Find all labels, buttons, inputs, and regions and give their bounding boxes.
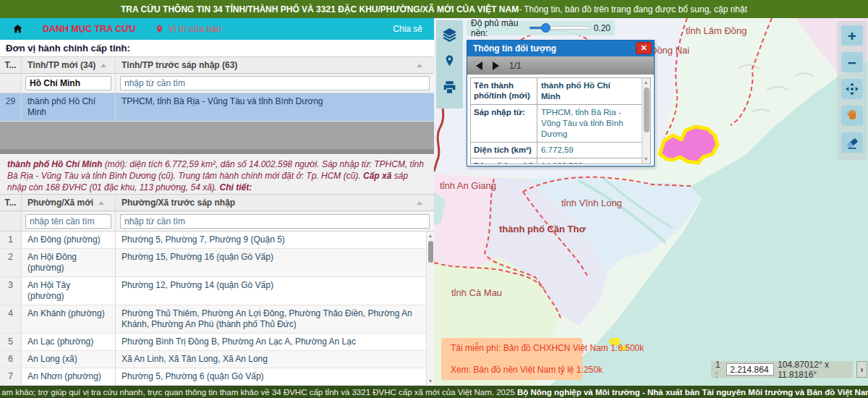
cursor-coordinates: 104.87012° x 11.81816° bbox=[778, 360, 848, 380]
popup-scrollbar[interactable]: ▲ ▼ bbox=[642, 78, 650, 164]
map-links-box: Tải miễn phí: Bản đồ CHXHCN Việt Nam 1:6… bbox=[441, 338, 582, 380]
ward-filter-new-input[interactable] bbox=[25, 214, 111, 229]
eraser-icon bbox=[845, 135, 860, 151]
grid-scrollbar-track[interactable] bbox=[0, 149, 434, 154]
row-ward-old: Phường 5, Phường 7, Phường 9 (Quận 5) bbox=[116, 232, 434, 248]
main-navbar: DANH MỤC TRA CỨU Vị trí của bạn Chia sẻ bbox=[0, 18, 434, 40]
info-value: 6.772,59 bbox=[537, 143, 642, 158]
scale-input[interactable] bbox=[726, 363, 774, 376]
ward-col-index[interactable]: T... bbox=[0, 195, 22, 211]
ward-col-old[interactable]: Phường/Xã trước sáp nhập bbox=[116, 195, 434, 211]
info-value: 14.002.598 bbox=[537, 158, 642, 164]
sort-asc-icon bbox=[98, 201, 104, 205]
scrollbar-thumb[interactable] bbox=[428, 241, 433, 263]
home-button[interactable] bbox=[12, 23, 24, 35]
footer-text: am khảo; trợ giúp quí vị tra cứu nhanh, … bbox=[1, 388, 868, 397]
scroll-down-icon[interactable]: ▼ bbox=[642, 156, 650, 163]
status-bar-expand-button[interactable]: › bbox=[856, 361, 867, 378]
row-ward-new: An Đông (phường) bbox=[22, 232, 116, 248]
page-indicator: 1/1 bbox=[509, 61, 522, 71]
province-col-new[interactable]: Tỉnh/TP mới (34) bbox=[22, 57, 116, 73]
row-ward-new: An Lạc (phường) bbox=[22, 334, 116, 350]
info-label: Diện tích (km²) bbox=[471, 143, 537, 158]
info-label: Dân số (người) bbox=[471, 158, 537, 164]
scale-prefix: 1 : bbox=[715, 360, 723, 380]
basemap-opacity-control: Độ phủ màu nền: 0.20 bbox=[467, 20, 615, 35]
print-button[interactable] bbox=[441, 78, 459, 96]
province-filter-old-input[interactable] bbox=[120, 76, 430, 90]
province-col-index[interactable]: T... bbox=[0, 57, 22, 73]
feature-info-popup: Thông tin đối tượng ✕ 1/1 Tên thành phố/… bbox=[467, 40, 655, 166]
map-tools-right: + − bbox=[837, 21, 867, 160]
info-value: thành phố Hồ Chí Minh bbox=[537, 78, 642, 104]
info-label: Tên thành phố/tỉnh (mới) bbox=[471, 78, 537, 104]
ward-table-scrollbar[interactable]: ▲ ▼ bbox=[426, 232, 434, 386]
table-row[interactable]: 4An Khánh (phường)Phường Thủ Thiêm, Phườ… bbox=[0, 305, 434, 334]
hand-icon bbox=[845, 109, 859, 123]
opacity-value: 0.20 bbox=[594, 23, 610, 33]
info-label: Sáp nhập từ: bbox=[471, 105, 537, 142]
share-button[interactable]: Chia sẻ bbox=[393, 24, 422, 34]
next-page-icon[interactable] bbox=[493, 62, 499, 70]
scroll-up-icon[interactable]: ▲ bbox=[642, 79, 650, 86]
table-row-selected[interactable]: 29 thành phố Hồ Chí Minh TPHCM, tỉnh Bà … bbox=[0, 93, 434, 122]
map-pin-icon bbox=[443, 54, 456, 68]
row-index: 7 bbox=[0, 368, 22, 385]
ward-filter-old-input[interactable] bbox=[120, 214, 430, 229]
ward-col-new[interactable]: Phường/Xã mới bbox=[22, 195, 116, 211]
close-button[interactable]: ✕ bbox=[636, 42, 652, 54]
row-index: 2 bbox=[0, 249, 22, 276]
scrollbar-thumb[interactable] bbox=[644, 88, 650, 132]
province-filter-new-input[interactable] bbox=[25, 76, 111, 90]
layers-button[interactable] bbox=[441, 26, 459, 43]
table-row[interactable]: 3An Hội Tây (phường)Phường 12, Phường 14… bbox=[0, 277, 434, 305]
scroll-down-icon[interactable]: ▼ bbox=[427, 378, 434, 385]
table-row[interactable]: 6An Long (xã)Xã An Linh, Xã Tân Long, Xã… bbox=[0, 351, 434, 368]
table-row[interactable]: 5An Lạc (phường)Phường Bình Trị Đông B, … bbox=[0, 334, 434, 351]
province-section-heading: Đơn vị hành chính cấp tỉnh: bbox=[6, 43, 130, 54]
zoom-out-button[interactable]: − bbox=[841, 52, 863, 72]
table-row[interactable]: 1An Đông (phường)Phường 5, Phường 7, Phư… bbox=[0, 232, 434, 249]
opacity-label: Độ phủ màu nền: bbox=[471, 18, 524, 38]
row-ward-new: An Nhơn (phường) bbox=[22, 368, 116, 385]
row-ward-new: An Khánh (phường) bbox=[22, 305, 116, 333]
popup-title-bar[interactable]: Thông tin đối tượng ✕ bbox=[467, 41, 654, 56]
row-ward-new: An Hội Tây (phường) bbox=[22, 277, 116, 305]
province-col-old[interactable]: Tỉnh/TP trước sáp nhập (63) bbox=[116, 57, 434, 73]
ward-table-body: 1An Đông (phường)Phường 5, Phường 7, Phư… bbox=[0, 232, 434, 386]
view-basemap-link[interactable]: Xem: Bản đồ nền Việt Nam tỷ lệ 1:250k bbox=[447, 365, 576, 375]
row-index: 1 bbox=[0, 232, 22, 248]
erase-button[interactable] bbox=[841, 132, 863, 153]
map-tools-left bbox=[436, 20, 463, 109]
pan-hand-button[interactable] bbox=[841, 106, 863, 126]
opacity-slider[interactable] bbox=[529, 26, 590, 30]
map-status-bar: 1 : 104.87012° x 11.81816° bbox=[711, 361, 853, 378]
row-index: 5 bbox=[0, 334, 22, 350]
locate-button[interactable] bbox=[441, 52, 459, 69]
lookup-panel: DANH MỤC TRA CỨU Vị trí của bạn Chia sẻ … bbox=[0, 18, 434, 386]
layers-icon bbox=[441, 27, 458, 43]
popup-title: Thông tin đối tượng bbox=[473, 43, 556, 54]
row-ward-old: Phường Bình Trị Đông B, Phường An Lạc A,… bbox=[116, 334, 434, 350]
slider-handle[interactable] bbox=[541, 23, 550, 33]
table-row[interactable]: 7An Nhơn (phường)Phường 5, Phường 6 (quậ… bbox=[0, 368, 434, 386]
sort-icon bbox=[417, 64, 422, 67]
app-window: TRA CỨU THÔNG TIN 34 TỈNH/THÀNH PHỐ VÀ 3… bbox=[0, 0, 868, 398]
row-ward-new: An Long (xã) bbox=[22, 351, 116, 368]
download-map-link[interactable]: Tải miễn phí: Bản đồ CHXHCN Việt Nam 1:6… bbox=[447, 343, 576, 353]
table-row[interactable]: 2An Hội Đông (phường)Phường 15, Phường 1… bbox=[0, 249, 434, 277]
pan-icon bbox=[844, 81, 860, 97]
menu-danh-muc-tra-cuu[interactable]: DANH MỤC TRA CỨU bbox=[43, 24, 136, 34]
zoom-in-button[interactable]: + bbox=[841, 25, 863, 46]
popup-table: Tên thành phố/tỉnh (mới)thành phố Hồ Chí… bbox=[471, 78, 642, 164]
scroll-up-icon[interactable]: ▲ bbox=[427, 232, 434, 240]
printer-icon bbox=[442, 80, 457, 95]
grid-empty-area bbox=[0, 122, 434, 149]
popup-info-row: Diện tích (km²)6.772,59 bbox=[471, 143, 642, 158]
pan-button[interactable] bbox=[841, 79, 863, 99]
home-icon bbox=[12, 23, 24, 35]
prev-page-icon[interactable] bbox=[476, 62, 482, 70]
row-ward-new: An Hội Đông (phường) bbox=[22, 249, 116, 276]
your-location-button[interactable]: Vị trí của bạn bbox=[155, 24, 222, 35]
province-description: thành phố Hồ Chí Minh (mới): diện tích 6… bbox=[0, 155, 434, 194]
